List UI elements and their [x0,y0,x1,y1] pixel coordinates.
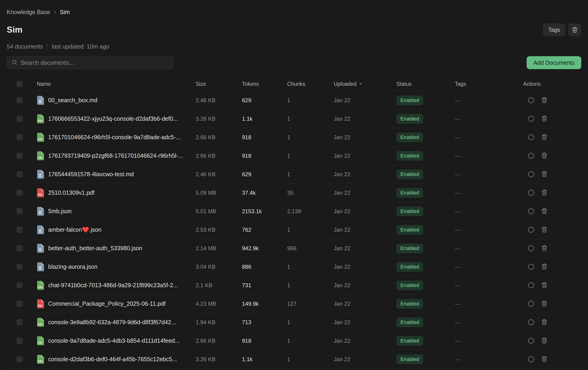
knowledge-base-page: Knowledge Base › Sim Sim Tags 54 documen… [0,0,588,369]
document-tokens: 762 [242,227,287,233]
table-row[interactable]: PDF 2510.01309v1.pdf 5.09 MB 37.4k 35 Ja… [7,184,581,202]
table-row[interactable]: CSV console-d2daf3b6-def0-464f-a45b-7655… [7,350,581,369]
document-uploaded: Jan 22 [334,356,397,363]
toggle-status-button[interactable] [528,301,534,307]
delete-document-button[interactable] [541,337,547,344]
document-chunks: 1 [287,171,334,178]
document-size: 3.26 KB [196,356,242,363]
svg-text:CSV: CSV [38,156,43,159]
select-all-checkbox[interactable] [16,81,23,87]
table-row[interactable]: 00_search_box.md 2.46 KB 629 1 Jan 22 En… [7,91,581,110]
delete-document-button[interactable] [541,190,547,196]
toggle-status-button[interactable] [528,208,534,214]
table-row[interactable]: CSV 1761701046624-r96rh5l-console-9a7d8a… [7,128,581,147]
table-row[interactable]: CSV console-9a7d8ade-adc5-4db3-b854-d111… [7,332,581,350]
delete-document-button[interactable] [541,300,547,307]
toggle-status-button[interactable] [528,171,534,177]
document-tokens: 731 [242,282,287,289]
row-checkbox[interactable] [16,264,23,270]
row-checkbox[interactable] [16,301,23,307]
header-checkbox-cell [7,81,37,87]
row-checkbox[interactable] [16,190,23,196]
toggle-status-button[interactable] [528,245,534,251]
toggle-status-button[interactable] [528,282,534,288]
add-documents-button[interactable]: Add Documents [527,56,581,69]
row-checkbox[interactable] [16,116,23,122]
delete-document-button[interactable] [541,134,547,141]
delete-document-button[interactable] [541,97,547,104]
toggle-status-button[interactable] [528,338,534,344]
delete-knowledge-base-button[interactable] [568,23,581,36]
document-tokens: 37.4k [242,190,287,196]
delete-document-button[interactable] [541,282,547,289]
delete-document-button[interactable] [541,319,547,326]
delete-document-button[interactable] [541,356,547,363]
row-checkbox[interactable] [16,282,23,288]
trash-icon [541,97,547,104]
delete-document-button[interactable] [541,208,547,215]
delete-document-button[interactable] [541,245,547,252]
row-checkbox[interactable] [16,153,23,159]
toggle-status-button[interactable] [528,97,534,103]
delete-document-button[interactable] [541,171,547,178]
document-uploaded: Jan 22 [334,301,397,307]
delete-document-button[interactable] [541,263,547,270]
toggle-status-button[interactable] [528,190,534,196]
document-name: amber-falcon❤️.json [48,226,101,233]
table-row[interactable]: CSV console-3e9a8b92-632a-4879-9d6d-d8f3… [7,313,581,332]
column-header-tokens: Tokens [242,81,287,87]
row-checkbox[interactable] [16,319,23,325]
document-uploaded: Jan 22 [334,171,397,178]
document-tokens: 1.1k [242,356,287,363]
breadcrumb-knowledge-base[interactable]: Knowledge Base [7,9,50,16]
toggle-status-button[interactable] [528,116,534,122]
column-header-uploaded[interactable]: Uploaded [334,81,397,87]
delete-document-button[interactable] [541,226,547,233]
row-checkbox[interactable] [16,208,23,214]
delete-document-button[interactable] [541,115,547,122]
table-row[interactable]: CSV 1761793719409-p2zgf68-1761701046624-… [7,147,581,165]
row-checkbox[interactable] [16,227,23,233]
row-checkbox[interactable] [16,338,23,344]
search-icon [11,60,17,66]
trash-icon [541,190,547,196]
document-tokens: 713 [242,319,287,326]
toggle-status-button[interactable] [528,264,534,270]
status-badge: Enabled [397,243,423,253]
row-checkbox[interactable] [16,356,23,362]
table-row[interactable]: better-auth_better-auth_533980.json 2.14… [7,239,581,258]
trash-icon [541,226,547,233]
table-row[interactable]: PDF Commercial_Package_Policy_2025-06-11… [7,295,581,313]
table-row[interactable]: amber-falcon❤️.json 2.53 KB 762 1 Jan 22… [7,221,581,239]
table-row[interactable]: CSV 1760666553422-xjyu23q-console-d2daf3… [7,110,581,128]
toggle-status-button[interactable] [528,153,534,159]
document-tags: — [455,282,523,289]
trash-icon [541,282,547,289]
status-badge: Enabled [397,207,423,216]
chevron-down-icon [359,81,363,87]
table-row[interactable]: 5mb.json 5.01 MB 2153.1k 2,139 Jan 22 En… [7,202,581,221]
row-checkbox[interactable] [16,134,23,140]
toggle-status-button[interactable] [528,134,534,140]
document-chunks: 1 [287,338,334,344]
row-checkbox[interactable] [16,171,23,177]
table-row[interactable]: 1765444591578-4lavcwo-test.md 2.46 KB 62… [7,165,581,184]
document-name: console-3e9a8b92-632a-4879-9d6d-d8f3f67d… [48,319,176,326]
table-row[interactable]: blazing-aurora.json 3.04 KB 886 1 Jan 22… [7,258,581,276]
search-box[interactable] [7,56,173,69]
document-tags: — [455,171,523,178]
toggle-status-button[interactable] [528,227,534,233]
row-checkbox[interactable] [16,245,23,251]
document-name: 2510.01309v1.pdf [48,190,94,196]
delete-document-button[interactable] [541,152,547,159]
toggle-status-button[interactable] [528,319,534,325]
document-uploaded: Jan 22 [334,97,397,104]
document-tokens: 629 [242,97,287,104]
breadcrumb-current: Sim [60,9,70,16]
search-input[interactable] [21,60,168,66]
row-checkbox[interactable] [16,97,23,103]
toggle-status-button[interactable] [528,356,534,362]
tags-button[interactable]: Tags [543,23,565,36]
status-badge: Enabled [397,151,423,161]
table-row[interactable]: CSV chat-9741b0cd-7013-486d-9a29-21f899c… [7,276,581,295]
